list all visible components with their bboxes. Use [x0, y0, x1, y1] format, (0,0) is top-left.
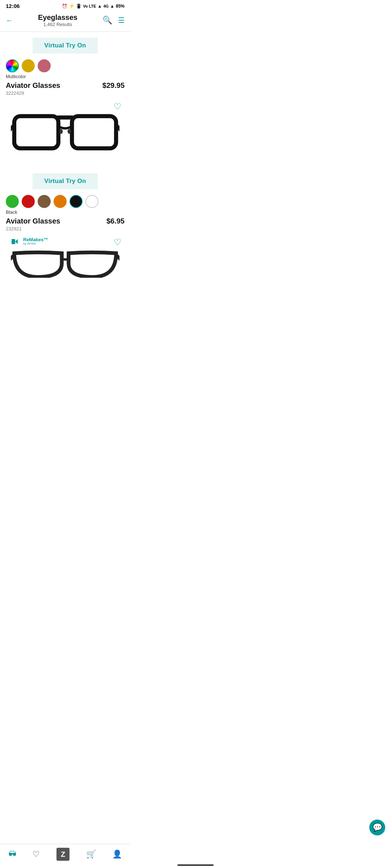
swatch-brown[interactable] — [38, 195, 51, 208]
color-swatches-1 — [6, 59, 125, 72]
battery-icon: 85% — [116, 4, 125, 9]
glasses-image-2[interactable]: ReMakes™ by ZENNI — [6, 234, 125, 278]
svg-rect-7 — [12, 239, 15, 244]
search-button[interactable]: 🔍 — [102, 16, 112, 25]
wishlist-button-1[interactable]: ♡ — [114, 102, 122, 112]
filter-button[interactable]: ☰ — [118, 16, 125, 25]
swatch-green[interactable] — [6, 195, 19, 208]
product-image-2: ♡ ReMakes™ by ZENNI — [6, 234, 125, 278]
product-price-2: $6.95 — [106, 217, 125, 225]
product-price-1: $29.95 — [102, 81, 125, 90]
product-name-2: Aviator Glasses — [6, 217, 60, 225]
product-id-2: 232921 — [6, 226, 125, 231]
swatch-white[interactable] — [85, 195, 98, 208]
wishlist-button-2[interactable]: ♡ — [114, 237, 122, 247]
svg-point-6 — [68, 129, 71, 134]
selected-color-label-2: Black — [6, 209, 125, 215]
svg-marker-8 — [15, 239, 18, 244]
product-1: Multicolor Aviator Glasses $29.95 322242… — [0, 59, 130, 167]
remakes-logo-icon — [12, 238, 22, 245]
header-center: Eyeglasses 1,462 Results — [38, 13, 77, 27]
swatch-orange[interactable] — [54, 195, 67, 208]
glasses-svg-2 — [11, 249, 119, 278]
product-id-1: 3222429 — [6, 90, 125, 96]
signal-icon: Vo LTE — [83, 4, 96, 8]
network-icon: 4G — [103, 4, 109, 8]
page-title: Eyeglasses — [38, 13, 77, 22]
status-bar: 12:06 ⏰ ⚡ 📳 Vo LTE ▲ 4G ▲ 85% — [0, 0, 130, 10]
alarm-icon: ⏰ — [62, 4, 67, 9]
time: 12:06 — [6, 3, 20, 9]
results-count: 1,462 Results — [38, 22, 77, 27]
remakes-sub: by ZENNI — [23, 242, 48, 246]
svg-rect-1 — [72, 116, 116, 148]
swatch-gold[interactable] — [22, 59, 35, 72]
product-info-2: Aviator Glasses $6.95 — [6, 217, 125, 225]
product-image-1: ♡ — [6, 99, 125, 167]
virtual-try-on-button-2[interactable]: Virtual Try On — [33, 173, 97, 189]
header: ← Eyeglasses 1,462 Results 🔍 ☰ — [0, 10, 130, 32]
signal-bars-icon: ▲ — [110, 4, 114, 9]
remakes-logo: ReMakes™ by ZENNI — [12, 237, 48, 246]
product-info-1: Aviator Glasses $29.95 — [6, 81, 125, 90]
status-icons: ⏰ ⚡ 📳 Vo LTE ▲ 4G ▲ 85% — [62, 3, 125, 9]
glasses-image-1[interactable] — [6, 99, 125, 167]
vibrate-icon: 📳 — [76, 4, 81, 9]
color-swatches-2 — [6, 195, 125, 208]
bluetooth-icon: ⚡ — [69, 3, 75, 9]
remakes-brand: ReMakes™ — [23, 237, 48, 242]
svg-rect-0 — [14, 116, 58, 148]
product-name-1: Aviator Glasses — [6, 81, 60, 90]
svg-point-5 — [59, 129, 63, 134]
selected-color-label-1: Multicolor — [6, 74, 125, 79]
swatch-rose[interactable] — [38, 59, 51, 72]
swatch-multicolor[interactable] — [6, 59, 19, 72]
virtual-try-on-button-1[interactable]: Virtual Try On — [33, 38, 97, 54]
swatch-red[interactable] — [22, 195, 35, 208]
svg-rect-2 — [57, 115, 74, 119]
back-button[interactable]: ← — [6, 16, 13, 25]
wifi-icon: ▲ — [98, 4, 102, 9]
glasses-svg-1 — [11, 106, 119, 160]
swatch-black[interactable] — [70, 195, 83, 208]
product-2: Black Aviator Glasses $6.95 232921 ♡ ReM… — [0, 195, 130, 278]
